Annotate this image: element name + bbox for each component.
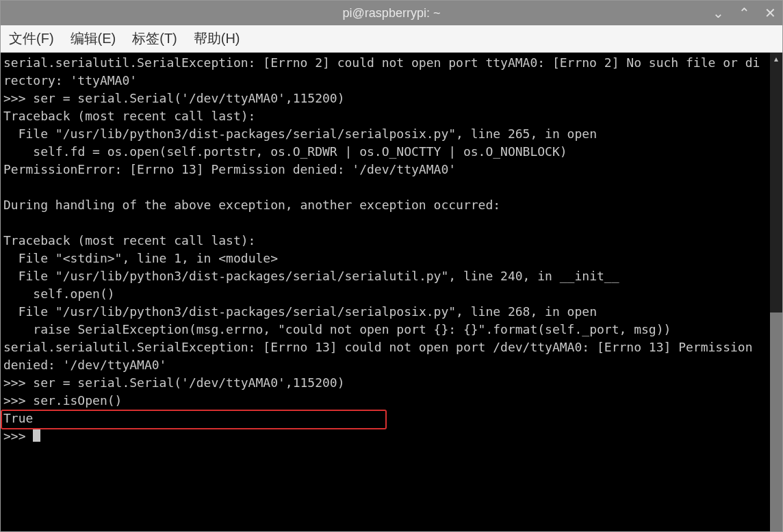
terminal-output: serial.serialutil.SerialException: [Errn… — [3, 55, 760, 443]
menu-help[interactable]: 帮助(H) — [194, 29, 240, 48]
maximize-icon[interactable]: ⌃ — [737, 6, 751, 20]
minimize-icon[interactable]: ⌄ — [711, 6, 725, 20]
scroll-up-icon[interactable]: ▴ — [770, 53, 782, 65]
window-title: pi@raspberrypi: ~ — [343, 6, 441, 21]
cursor-icon — [33, 428, 40, 442]
menu-edit[interactable]: 编辑(E) — [70, 29, 116, 48]
menubar: 文件(F) 编辑(E) 标签(T) 帮助(H) — [1, 25, 782, 53]
window-controls: ⌄ ⌃ ✕ — [711, 6, 777, 20]
terminal-window: pi@raspberrypi: ~ ⌄ ⌃ ✕ 文件(F) 编辑(E) 标签(T… — [0, 0, 783, 532]
menu-file[interactable]: 文件(F) — [9, 29, 54, 48]
scroll-thumb[interactable] — [770, 312, 782, 531]
titlebar[interactable]: pi@raspberrypi: ~ ⌄ ⌃ ✕ — [1, 1, 782, 25]
annotation-highlight — [1, 410, 387, 429]
terminal-area: serial.serialutil.SerialException: [Errn… — [1, 53, 782, 531]
scrollbar[interactable]: ▴ — [770, 53, 782, 531]
close-icon[interactable]: ✕ — [763, 6, 777, 20]
terminal[interactable]: serial.serialutil.SerialException: [Errn… — [1, 53, 770, 531]
menu-tabs[interactable]: 标签(T) — [132, 29, 177, 48]
